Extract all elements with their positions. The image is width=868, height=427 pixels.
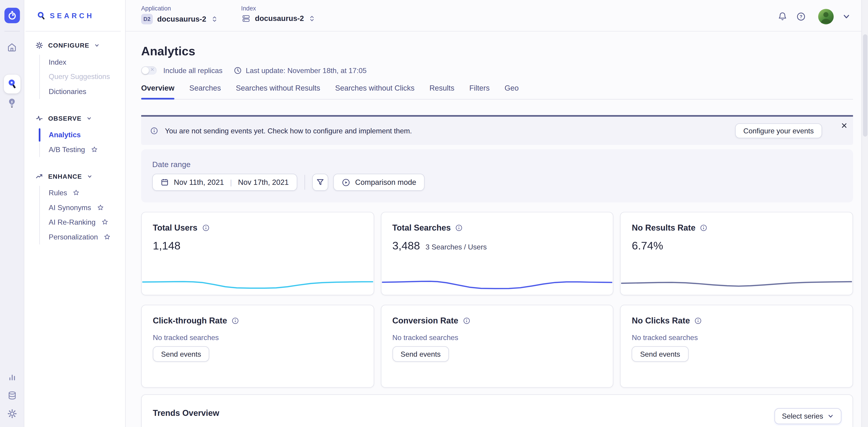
sparkline-total-searches	[382, 271, 612, 291]
nav-head-configure[interactable]: CONFIGURE	[35, 41, 125, 49]
sidebar-item-query-suggestions[interactable]: Query Suggestions	[40, 69, 125, 84]
tab-filters[interactable]: Filters	[469, 84, 490, 92]
empty-state-text: No tracked searches	[392, 333, 602, 342]
tab-searches-without-results[interactable]: Searches without Results	[236, 84, 320, 92]
svg-text:?: ?	[800, 14, 802, 19]
nav-head-enhance[interactable]: ENHANCE	[35, 172, 125, 180]
sidebar-item-ai-synonyms[interactable]: AI Synonyms	[40, 200, 125, 215]
include-replicas-toggle[interactable]: ✕	[141, 66, 157, 75]
recommend-bulb-icon[interactable]	[7, 97, 17, 109]
send-events-button[interactable]: Send events	[153, 346, 210, 362]
nav-section-observe: OBSERVE Analytics A/B Testing	[35, 114, 125, 157]
vertical-divider	[304, 175, 305, 190]
date-end: Nov 17th, 2021	[238, 178, 289, 186]
favorite-star-icon[interactable]	[103, 233, 111, 240]
card-no-clicks-rate: No Clicks Rate No tracked searches Send …	[620, 305, 853, 388]
scrollbar-thumb[interactable]	[863, 34, 867, 137]
comparison-mode-button[interactable]: Comparison mode	[333, 174, 425, 191]
empty-state-text: No tracked searches	[632, 333, 841, 342]
gear-icon	[35, 41, 43, 49]
card-subtitle: 3 Searches / Users	[426, 243, 487, 251]
nav-head-observe[interactable]: OBSERVE	[35, 114, 125, 122]
sort-chevrons-icon	[308, 14, 316, 23]
sidebar-item-ab-testing[interactable]: A/B Testing	[40, 142, 125, 157]
application-label: Application	[141, 5, 218, 11]
favorite-star-icon[interactable]	[101, 219, 108, 226]
product-logo-text: SEARCH	[50, 11, 94, 20]
home-icon[interactable]	[7, 42, 17, 53]
product-logo[interactable]: SEARCH	[26, 0, 121, 32]
last-update: Last update: November 18th, at 17:05	[234, 66, 367, 75]
search-product-icon[interactable]	[4, 75, 20, 94]
help-icon[interactable]: ?	[796, 11, 806, 22]
info-icon[interactable]	[463, 317, 470, 324]
sidebar-item-rules[interactable]: Rules	[40, 186, 125, 200]
rail-divider	[4, 31, 20, 31]
card-title: No Clicks Rate	[632, 316, 690, 325]
application-selector[interactable]: Application D2 docusaurus-2	[141, 5, 218, 31]
activity-pulse-icon	[35, 114, 43, 122]
info-icon[interactable]	[694, 317, 702, 324]
trends-overview-card: Trends Overview Select series	[141, 394, 853, 427]
date-start: Nov 11th, 2021	[174, 178, 224, 186]
filter-button[interactable]	[312, 174, 328, 191]
chevron-down-icon	[87, 116, 92, 121]
sidebar-item-label: AI Re-Ranking	[49, 218, 95, 226]
info-icon[interactable]	[700, 224, 708, 231]
sidebar-item-dictionaries[interactable]: Dictionaries	[40, 84, 125, 99]
last-update-text: Last update: November 18th, at 17:05	[246, 66, 367, 75]
card-title: Total Users	[153, 223, 197, 232]
close-icon[interactable]	[841, 122, 847, 129]
card-title: Total Searches	[392, 223, 451, 232]
tab-searches[interactable]: Searches	[189, 84, 221, 92]
application-badge: D2	[141, 14, 153, 24]
sidebar-item-ai-re-ranking[interactable]: AI Re-Ranking	[40, 215, 125, 229]
info-icon[interactable]	[231, 317, 239, 324]
sidebar-item-index[interactable]: Index	[40, 55, 125, 69]
sidebar-item-label: AI Synonyms	[49, 203, 91, 212]
settings-gear-icon[interactable]	[7, 409, 17, 419]
tab-overview[interactable]: Overview	[141, 84, 175, 92]
sparkline-total-users	[142, 271, 373, 291]
funnel-icon	[316, 178, 324, 186]
toggle-knob	[142, 67, 149, 74]
sidebar-item-label: Query Suggestions	[49, 73, 110, 81]
nav-head-label: OBSERVE	[48, 115, 81, 121]
card-value: 1,148	[153, 239, 181, 252]
sidebar-item-analytics[interactable]: Analytics	[40, 128, 125, 142]
notifications-bell-icon[interactable]	[778, 11, 787, 21]
date-range-picker[interactable]: Nov 11th, 2021 | Nov 17th, 2021	[152, 174, 297, 191]
analytics-page: Analytics ✕ Include all replicas Last up…	[126, 32, 868, 427]
app-window: SEARCH CONFIGURE	[0, 0, 868, 427]
card-conversion-rate: Conversion Rate No tracked searches Send…	[381, 305, 614, 388]
tab-searches-without-clicks[interactable]: Searches without Clicks	[335, 84, 414, 92]
tab-geo[interactable]: Geo	[505, 84, 519, 92]
info-icon[interactable]	[202, 224, 210, 231]
event-cards-row: Click-through Rate No tracked searches S…	[141, 305, 853, 388]
sidebar: SEARCH CONFIGURE	[24, 0, 126, 427]
analytics-bars-icon[interactable]	[7, 372, 17, 382]
send-events-button[interactable]: Send events	[392, 346, 449, 362]
tab-results[interactable]: Results	[429, 84, 454, 92]
send-events-button[interactable]: Send events	[632, 346, 688, 362]
app-logo-tile[interactable]	[4, 8, 20, 23]
card-no-results-rate: No Results Rate 6.74%	[620, 212, 853, 295]
info-icon[interactable]	[455, 224, 463, 231]
account-chevron-icon[interactable]	[842, 12, 850, 20]
favorite-star-icon[interactable]	[90, 146, 98, 153]
page-scrollbar[interactable]	[861, 0, 868, 427]
calendar-icon	[161, 178, 169, 186]
sidebar-item-label: Index	[49, 58, 66, 66]
nav-head-label: ENHANCE	[48, 173, 82, 179]
sidebar-item-personalization[interactable]: Personalization	[40, 229, 125, 244]
include-replicas-label: Include all replicas	[163, 66, 223, 75]
clock-icon	[234, 66, 242, 75]
card-click-through-rate: Click-through Rate No tracked searches S…	[141, 305, 374, 388]
index-selector[interactable]: Index docusaurus-2	[241, 5, 315, 31]
favorite-star-icon[interactable]	[73, 189, 80, 197]
database-icon[interactable]	[7, 390, 17, 400]
configure-events-button[interactable]: Configure your events	[735, 123, 822, 138]
favorite-star-icon[interactable]	[97, 204, 104, 211]
select-series-button[interactable]: Select series	[774, 408, 841, 424]
user-avatar[interactable]	[818, 9, 834, 24]
